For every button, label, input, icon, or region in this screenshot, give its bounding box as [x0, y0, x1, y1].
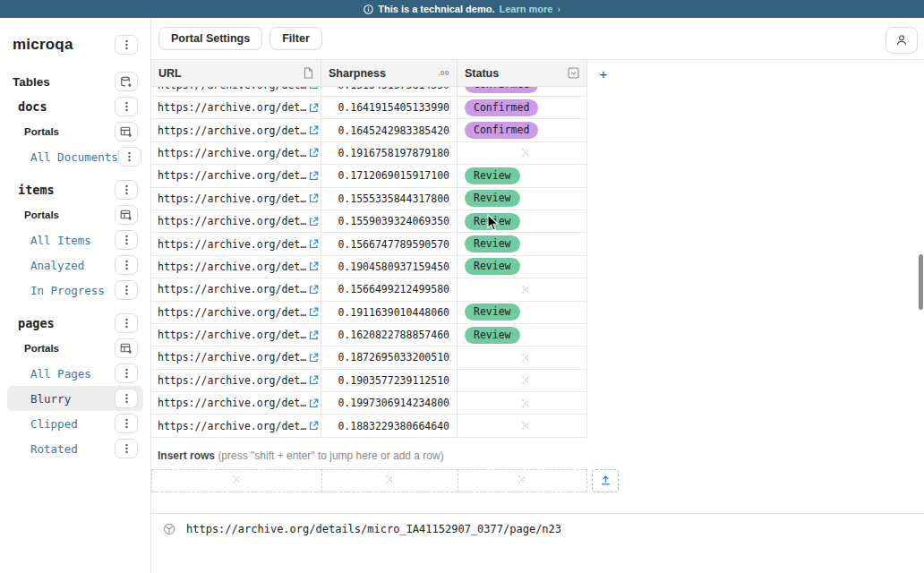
workspace-menu-button[interactable] [115, 35, 138, 55]
sidebar-item-in-progress[interactable]: In Progress [0, 278, 150, 303]
sidebar-item-label[interactable]: Blurry [7, 392, 71, 406]
status-cell[interactable]: Confirmed [458, 119, 587, 141]
status-cell[interactable]: Review [458, 165, 587, 187]
sharpness-cell[interactable]: 0.1566499212499580 [321, 278, 458, 301]
sidebar-item-label[interactable]: Clipped [0, 417, 78, 431]
url-cell[interactable]: https://archive.org/det… [151, 415, 321, 437]
sharpness-cell[interactable]: 0.1911639010448060 [321, 302, 458, 324]
sharpness-cell[interactable]: 0.1513451575814350 [321, 87, 458, 97]
status-cell[interactable]: Confirmed [458, 97, 587, 119]
sidebar-item-menu-button[interactable] [115, 313, 138, 333]
table-row[interactable]: https://archive.org/det… 0.1555335844317… [151, 188, 924, 210]
table-row[interactable]: https://archive.org/det… 0.1513451575814… [151, 87, 924, 97]
sidebar-item-label[interactable]: Rotated [0, 442, 78, 456]
sidebar-item-portals[interactable]: Portals [0, 336, 150, 361]
table-row[interactable]: https://archive.org/det… 0.1911639010448… [151, 302, 924, 324]
table-row[interactable]: https://archive.org/det… 0.1559039324069… [151, 210, 924, 233]
external-link-icon[interactable] [309, 375, 319, 385]
sidebar-item-menu-button[interactable] [115, 389, 138, 408]
external-link-icon[interactable] [309, 239, 319, 249]
sidebar-item-menu-button[interactable] [115, 280, 138, 300]
sidebar-item-label[interactable]: In Progress [0, 284, 105, 297]
sharpness-cell[interactable]: 0.1566747789590570 [321, 233, 458, 255]
learn-more-link[interactable]: Learn more [499, 4, 552, 14]
url-cell[interactable]: https://archive.org/det… [151, 87, 321, 97]
external-link-icon[interactable] [309, 398, 319, 408]
sidebar-item-label[interactable]: Portals [0, 210, 59, 220]
table-row[interactable]: https://archive.org/det… 0.1997306914234… [151, 392, 924, 415]
external-link-icon[interactable] [309, 217, 319, 227]
sidebar-item-items[interactable]: items [0, 177, 150, 202]
url-cell[interactable]: https://archive.org/det… [151, 97, 321, 119]
url-cell[interactable]: https://archive.org/det… [151, 324, 321, 346]
sidebar-item-rotated[interactable]: Rotated [0, 436, 150, 461]
url-cell[interactable]: https://archive.org/det… [151, 370, 321, 392]
table-row[interactable]: https://archive.org/det… 0.1883229380664… [151, 415, 924, 437]
sidebar-item-label[interactable]: docs [0, 99, 47, 114]
sidebar-item-menu-button[interactable] [115, 122, 138, 141]
external-link-icon[interactable] [309, 421, 319, 431]
sidebar-item-menu-button[interactable] [115, 205, 138, 225]
sidebar-item-tables[interactable]: Tables [0, 69, 150, 94]
sidebar-item-all-documents[interactable]: All Documents [0, 144, 150, 169]
record-icon[interactable] [163, 523, 175, 535]
external-link-icon[interactable] [309, 125, 319, 135]
status-cell[interactable] [458, 415, 587, 437]
sidebar-item-all-pages[interactable]: All Pages [0, 361, 150, 386]
url-cell[interactable]: https://archive.org/det… [151, 278, 321, 301]
record-url[interactable]: https://archive.org/details/micro_IA4115… [186, 523, 561, 535]
sharpness-cell[interactable]: 0.1620822788857460 [321, 324, 458, 346]
status-cell[interactable]: Review [458, 302, 587, 324]
status-cell[interactable] [458, 142, 587, 165]
table-row[interactable]: https://archive.org/det… 0.1712069015917… [151, 165, 924, 187]
sidebar-item-menu-button[interactable] [118, 147, 141, 167]
sharpness-cell[interactable]: 0.1997306914234800 [321, 392, 458, 415]
sharpness-cell[interactable]: 0.1641915405133990 [321, 97, 458, 119]
table-row[interactable]: https://archive.org/det… 0.1566747789590… [151, 233, 924, 255]
sidebar-item-label[interactable]: All Documents [0, 150, 118, 164]
portal-settings-button[interactable]: Portal Settings [158, 27, 262, 50]
table-row[interactable]: https://archive.org/det… 0.1903577239112… [151, 370, 924, 392]
table-row[interactable]: https://archive.org/det… 0.1641915405133… [151, 97, 924, 119]
external-link-icon[interactable] [309, 261, 319, 271]
status-cell[interactable] [458, 346, 587, 369]
table-row[interactable]: https://archive.org/det… 0.1872695033200… [151, 346, 924, 369]
account-button[interactable] [886, 27, 918, 54]
upload-row-button[interactable] [592, 469, 619, 492]
external-link-icon[interactable] [309, 87, 319, 90]
column-header-sharpness[interactable]: Sharpness .00 [321, 60, 458, 87]
status-cell[interactable] [458, 370, 587, 392]
sharpness-cell[interactable]: 0.1712069015917100 [321, 165, 458, 187]
sidebar-item-menu-button[interactable] [115, 230, 138, 250]
external-link-icon[interactable] [309, 171, 319, 181]
url-cell[interactable]: https://archive.org/det… [151, 119, 321, 141]
status-cell[interactable]: Review [458, 233, 587, 255]
status-cell[interactable]: Review [458, 324, 587, 346]
table-row[interactable]: https://archive.org/det… 0.1645242983385… [151, 119, 924, 141]
sidebar-item-menu-button[interactable] [115, 363, 138, 383]
url-cell[interactable]: https://archive.org/det… [151, 392, 321, 415]
sidebar-item-docs[interactable]: docs [0, 94, 150, 119]
status-cell[interactable]: Review [458, 256, 587, 278]
sidebar-item-menu-button[interactable] [115, 180, 138, 200]
external-link-icon[interactable] [309, 193, 319, 203]
insert-cell-status[interactable] [458, 469, 587, 492]
url-cell[interactable]: https://archive.org/det… [151, 188, 321, 210]
url-cell[interactable]: https://archive.org/det… [151, 346, 321, 369]
insert-cell-sharpness[interactable] [321, 469, 458, 492]
status-cell[interactable]: Confirmed [458, 87, 587, 97]
status-cell[interactable]: Review [458, 188, 587, 210]
sidebar-item-label[interactable]: All Items [0, 234, 91, 247]
table-row[interactable]: https://archive.org/det… 0.1566499212499… [151, 278, 924, 301]
sidebar-item-blurry[interactable]: Blurry [7, 386, 143, 411]
url-cell[interactable]: https://archive.org/det… [151, 256, 321, 278]
table-row[interactable]: https://archive.org/det… 0.1916758197879… [151, 142, 924, 165]
sharpness-cell[interactable]: 0.1559039324069350 [321, 210, 458, 233]
external-link-icon[interactable] [309, 330, 319, 340]
sidebar-item-label[interactable]: Portals [0, 343, 59, 354]
column-header-url[interactable]: URL [151, 60, 321, 87]
sidebar-item-portals[interactable]: Portals [0, 202, 150, 227]
sharpness-cell[interactable]: 0.1872695033200510 [321, 346, 458, 369]
sharpness-cell[interactable]: 0.1903577239112510 [321, 370, 458, 392]
sidebar-item-all-items[interactable]: All Items [0, 227, 150, 252]
